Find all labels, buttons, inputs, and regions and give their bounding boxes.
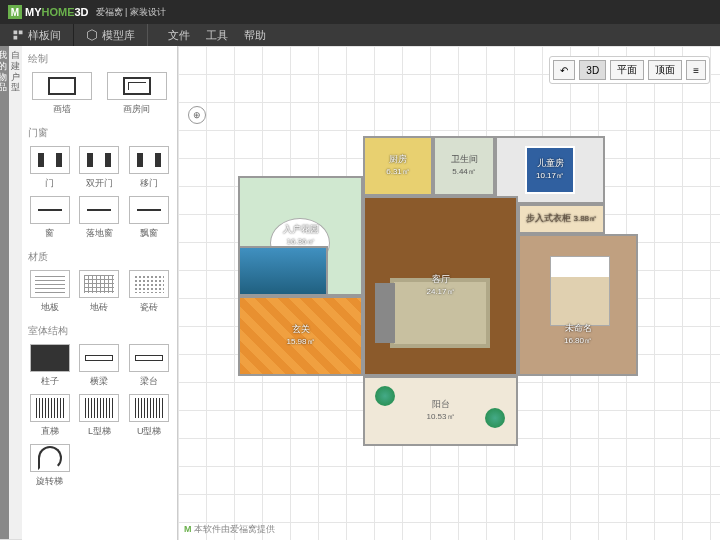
tab-models-label: 模型库 (102, 28, 135, 43)
item-wall[interactable]: 画墙 (28, 72, 97, 116)
room-living[interactable]: 客厅24.17㎡ (363, 196, 518, 376)
item-arc[interactable]: 飘窗 (127, 196, 171, 240)
room-kids[interactable]: 儿童房10.17㎡ (495, 136, 605, 204)
section-struct-title: 室体结构 (28, 324, 171, 338)
menu-help[interactable]: 帮助 (244, 28, 266, 43)
logo-icon: M (8, 5, 22, 19)
cube-icon (86, 29, 98, 41)
section-doorwin-title: 门窗 (28, 126, 171, 140)
room-bath[interactable]: 卫生间5.44㎡ (433, 136, 495, 196)
section-material-title: 材质 (28, 250, 171, 264)
tab-models[interactable]: 模型库 (74, 24, 148, 46)
rail-mine[interactable]: 我的 物品 (0, 46, 9, 540)
undo-button[interactable]: ↶ (553, 60, 575, 80)
app-header: M MYHOME3D 爱福窝 | 家装设计 (0, 0, 720, 24)
svg-rect-0 (14, 31, 18, 35)
room-closet[interactable]: 步入式衣柜 3.88㎡ (518, 204, 605, 234)
item-tile[interactable]: 地砖 (78, 270, 122, 314)
footer-attribution: M 本软件由爱福窝提供 (184, 523, 275, 536)
sub-header: 样板间 模型库 文件 工具 帮助 (0, 24, 720, 46)
tab-templates-label: 样板间 (28, 28, 61, 43)
svg-rect-1 (19, 31, 23, 35)
item-spiral[interactable]: 旋转梯 (28, 444, 72, 488)
room-foyer[interactable]: 玄关15.98㎡ (238, 296, 363, 376)
design-canvas[interactable]: ⊕ ↶ 3D 平面 顶面 ≡ 入户花园16.36㎡ 厨房6.31㎡ 卫生间5.4… (178, 46, 720, 540)
rug-icon (390, 278, 490, 348)
menu-file[interactable]: 文件 (168, 28, 190, 43)
foyer-floor-icon (240, 298, 361, 374)
item-plank[interactable]: 地板 (28, 270, 72, 314)
room-balcony[interactable]: 阳台10.53㎡ (363, 376, 518, 446)
item-room[interactable]: 画房间 (103, 72, 172, 116)
plant-icon (375, 386, 395, 406)
item-bay2[interactable]: 梁台 (127, 344, 171, 388)
item-bay[interactable]: 落地窗 (78, 196, 122, 240)
masterbed-icon (550, 256, 610, 326)
item-window[interactable]: 窗 (28, 196, 72, 240)
origin-marker[interactable]: ⊕ (188, 106, 206, 124)
rail-build[interactable]: 自建 户型 (9, 46, 22, 540)
item-lshape[interactable]: L型梯 (78, 394, 122, 438)
layers-button[interactable]: ≡ (686, 60, 706, 80)
sofa-icon (375, 283, 395, 343)
component-palette: 绘制 画墙 画房间 门窗 门 双开门 移门 窗 落地窗 飘窗 材质 地板 地砖 … (22, 46, 178, 540)
template-icon (12, 29, 24, 41)
view-toolbar: ↶ 3D 平面 顶面 ≡ (549, 56, 710, 84)
menu-bar: 文件 工具 帮助 (168, 28, 266, 43)
plant-icon (485, 408, 505, 428)
tab-templates[interactable]: 样板间 (0, 24, 74, 46)
svg-rect-2 (14, 36, 18, 40)
item-ushape[interactable]: U型梯 (127, 394, 171, 438)
item-double[interactable]: 双开门 (78, 146, 122, 190)
category-rail: 自建 户型 我的 物品 门窗 硬装 客厅 餐厅 卧室 书房 厨卫 儿童房 灯饰 … (0, 46, 22, 540)
logo-subtitle: 爱福窝 | 家装设计 (96, 6, 166, 19)
room-water-feature[interactable] (238, 246, 328, 296)
view-3d-button[interactable]: 3D (579, 60, 606, 80)
section-draw-title: 绘制 (28, 52, 171, 66)
item-straight[interactable]: 直梯 (28, 394, 72, 438)
item-pillar[interactable]: 柱子 (28, 344, 72, 388)
menu-tool[interactable]: 工具 (206, 28, 228, 43)
item-beam[interactable]: 横梁 (78, 344, 122, 388)
item-slide[interactable]: 移门 (127, 146, 171, 190)
logo-text: MYHOME3D (25, 6, 89, 18)
item-stone[interactable]: 瓷砖 (127, 270, 171, 314)
view-plan-button[interactable]: 平面 (610, 60, 644, 80)
room-master[interactable]: 未命名16.80㎡ (518, 234, 638, 376)
brand-logo: M MYHOME3D 爱福窝 | 家装设计 (8, 5, 166, 19)
view-top-button[interactable]: 顶面 (648, 60, 682, 80)
room-kitchen[interactable]: 厨房6.31㎡ (363, 136, 433, 196)
floorplan: 入户花园16.36㎡ 厨房6.31㎡ 卫生间5.44㎡ 儿童房10.17㎡ 步入… (218, 126, 678, 486)
item-door[interactable]: 门 (28, 146, 72, 190)
bed-icon (525, 146, 575, 194)
